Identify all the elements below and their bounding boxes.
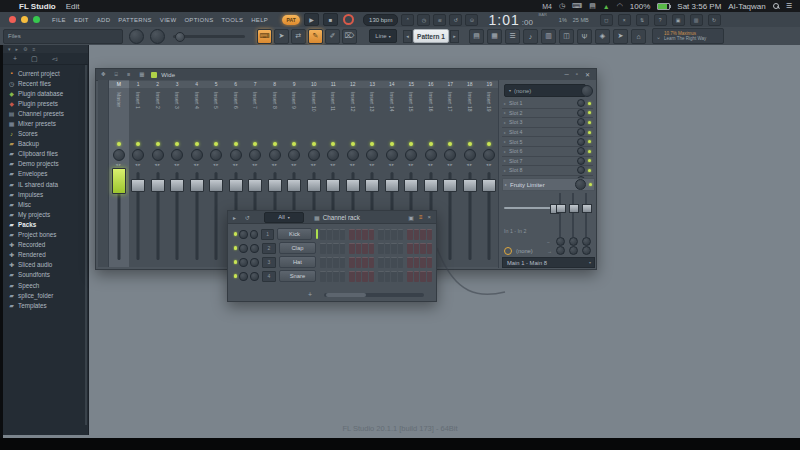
- step-cell-1[interactable]: [320, 257, 326, 268]
- strip-sep-arrows[interactable]: ◂▸: [330, 162, 337, 167]
- channel-row-snare[interactable]: 4Snare: [232, 270, 432, 282]
- browser-header-icon-1[interactable]: ▾: [8, 46, 11, 52]
- transport-option-4[interactable]: ↺: [449, 14, 462, 26]
- step-cell-4[interactable]: [340, 257, 346, 268]
- mixer-view-selector[interactable]: Wide: [161, 72, 175, 78]
- step-cell-1[interactable]: [320, 243, 326, 254]
- record-arm-icon[interactable]: [504, 247, 512, 255]
- eq-low-handle[interactable]: [556, 204, 566, 213]
- titlebar-tool-6[interactable]: ▥: [690, 14, 703, 26]
- strip-fader-handle[interactable]: [131, 179, 145, 192]
- audio-input-row[interactable]: (none): [502, 246, 593, 256]
- step-cell-12[interactable]: [398, 257, 404, 268]
- browser-item-current-project[interactable]: ▪Current project: [3, 68, 88, 78]
- strip-sep-arrows[interactable]: ◂▸: [154, 162, 161, 167]
- browser-item-backup[interactable]: ▰Backup: [3, 139, 88, 149]
- strip-sep-arrows[interactable]: ◂▸: [271, 162, 278, 167]
- eq-freq-knob-3[interactable]: [582, 237, 591, 246]
- step-cell-11[interactable]: [391, 257, 397, 268]
- strip-pan-knob[interactable]: [230, 149, 242, 161]
- shuffle-slider[interactable]: [173, 35, 245, 38]
- wifi-icon[interactable]: ◠: [617, 2, 623, 10]
- step-cell-5[interactable]: [349, 257, 355, 268]
- fl-menu-tools[interactable]: TOOLS: [222, 17, 244, 23]
- pattern-name[interactable]: Pattern 1: [413, 29, 449, 43]
- fx-slot-knob[interactable]: [577, 118, 585, 126]
- strip-mute-led[interactable]: [331, 142, 335, 146]
- mixer-strip-insert-18[interactable]: 18Insert 18◂▸: [460, 80, 481, 267]
- browser-item-scores[interactable]: ♪Scores: [3, 129, 88, 139]
- browser-item-soundfonts[interactable]: ▰Soundfonts: [3, 270, 88, 280]
- master-volume-knob[interactable]: [129, 29, 144, 44]
- fx-slot-led[interactable]: [588, 111, 591, 114]
- browser-item-mixer-presets[interactable]: ▦Mixer presets: [3, 118, 88, 128]
- mixer-title-icon-2[interactable]: ⌸: [115, 71, 118, 78]
- strip-fader-handle[interactable]: [424, 179, 438, 192]
- add-channel-button[interactable]: +: [308, 291, 312, 298]
- minimize-window-button[interactable]: [21, 16, 28, 23]
- browser-item-recent-files[interactable]: ◷Recent files: [3, 78, 88, 88]
- strip-sep-arrows[interactable]: ◂▸: [115, 162, 122, 167]
- strip-pan-knob[interactable]: [113, 149, 125, 161]
- eq-high-slider[interactable]: [585, 193, 587, 237]
- titlebar-tool-7[interactable]: ↻: [708, 14, 721, 26]
- transport-option-2[interactable]: ◷: [417, 14, 430, 26]
- stereo-separation-slider[interactable]: [504, 207, 556, 209]
- keyboard-icon[interactable]: ⌨: [572, 2, 582, 10]
- editor-view-button-10[interactable]: ⌂: [631, 29, 646, 44]
- channel-pan-knob[interactable]: [239, 230, 247, 239]
- channel-volume-knob[interactable]: [250, 258, 259, 267]
- fx-slot-5[interactable]: ▸Slot 5: [502, 137, 593, 147]
- strip-pan-knob[interactable]: [386, 149, 398, 161]
- strip-sep-arrows[interactable]: ◂▸: [447, 162, 454, 167]
- strip-fader-handle[interactable]: [170, 179, 184, 192]
- strip-mute-led[interactable]: [409, 142, 413, 146]
- channel-select-button[interactable]: 2: [262, 243, 276, 254]
- spotlight-icon[interactable]: [773, 3, 779, 9]
- mixer-strip-insert-3[interactable]: 3Insert 3◂▸: [168, 80, 189, 267]
- eq-mid-handle[interactable]: [569, 204, 579, 213]
- transport-option-3[interactable]: ≋: [433, 14, 446, 26]
- step-cell-5[interactable]: [349, 271, 355, 282]
- eq-high-handle[interactable]: [582, 204, 592, 213]
- editor-view-button-3[interactable]: ☰: [505, 29, 520, 44]
- mixer-minimize-button[interactable]: ─: [565, 71, 569, 78]
- strip-fader-handle[interactable]: [346, 179, 360, 192]
- fl-menu-options[interactable]: OPTIONS: [184, 17, 213, 23]
- strip-mute-led[interactable]: [390, 142, 394, 146]
- fx-slot-led[interactable]: [588, 169, 591, 172]
- step-cell-8[interactable]: [369, 243, 375, 254]
- step-cell-6[interactable]: [356, 229, 362, 240]
- strip-fader-handle[interactable]: [248, 179, 262, 192]
- editor-view-button-4[interactable]: ♪: [523, 29, 538, 44]
- step-cell-10[interactable]: [385, 271, 391, 282]
- strip-mute-led[interactable]: [234, 142, 238, 146]
- menubar-clock[interactable]: Sat 3:56 PM: [677, 2, 721, 11]
- editor-view-button-1[interactable]: ▤: [469, 29, 484, 44]
- mixer-title-icon-1[interactable]: ✥: [101, 71, 106, 78]
- step-cell-4[interactable]: [340, 229, 346, 240]
- step-cell-2[interactable]: [327, 271, 333, 282]
- editor-view-button-6[interactable]: ◫: [559, 29, 574, 44]
- browser-item-templates[interactable]: ▰Templates: [3, 300, 88, 310]
- mixer-strip-insert-1[interactable]: 1Insert 1◂▸: [129, 80, 150, 267]
- editor-view-button-9[interactable]: ➤: [613, 29, 628, 44]
- titlebar-tool-1[interactable]: ◻: [600, 14, 613, 26]
- transport-option-1[interactable]: ⌃: [401, 14, 414, 26]
- browser-item-clipboard-files[interactable]: ▰Clipboard files: [3, 149, 88, 159]
- browser-header-icon-2[interactable]: ▸: [16, 46, 19, 52]
- browser-item-misc[interactable]: ▰Misc: [3, 199, 88, 209]
- step-cell-7[interactable]: [362, 257, 368, 268]
- channel-name-button[interactable]: Snare: [279, 270, 316, 282]
- channel-enable-led[interactable]: [234, 232, 237, 236]
- strip-mute-led[interactable]: [136, 142, 140, 146]
- channel-name-button[interactable]: Hat: [279, 256, 316, 268]
- strip-fader-handle[interactable]: [443, 179, 457, 192]
- fl-menu-help[interactable]: HELP: [251, 17, 268, 23]
- fx-slot-led[interactable]: [588, 140, 591, 143]
- channel-enable-led[interactable]: [234, 246, 237, 250]
- fx-slot-knob[interactable]: [577, 138, 585, 146]
- mixer-strip-master[interactable]: MMaster◂▸: [109, 80, 130, 267]
- browser-scrollbar[interactable]: [85, 65, 87, 425]
- strip-fader-handle[interactable]: [112, 168, 126, 194]
